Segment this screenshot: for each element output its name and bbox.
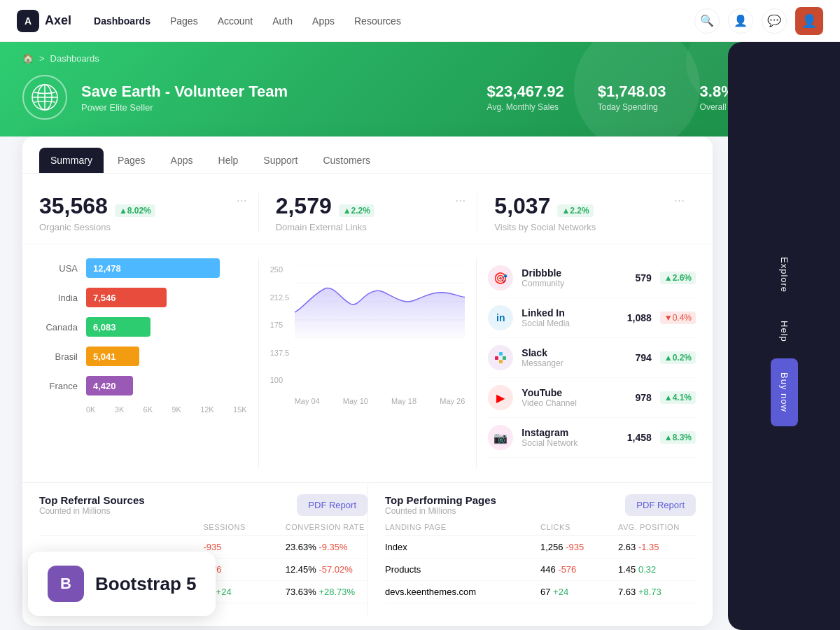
line-chart-svg bbox=[295, 265, 465, 338]
instagram-icon: 📷 bbox=[488, 425, 513, 450]
tab-apps[interactable]: Apps bbox=[160, 148, 204, 173]
charts-area: USA 12,478 India 7,546 Canada 6,083 Bras… bbox=[22, 244, 713, 482]
external-links-badge: ▲2.2% bbox=[339, 204, 374, 217]
stat-external: ··· 2,579 ▲2.2% Domain External Links bbox=[258, 193, 477, 232]
organic-sessions-label: Organic Sessions bbox=[39, 222, 247, 232]
youtube-icon: ▶ bbox=[488, 385, 513, 410]
performing-panel: Top Performing Pages Counted in Millions… bbox=[368, 483, 696, 615]
organic-sessions-value: 35,568 bbox=[39, 193, 108, 219]
tab-bar: Summary Pages Apps Help Support Customer… bbox=[22, 136, 713, 174]
table-row: devs.keenthemes.com 67 +24 7.63 +8.73 bbox=[385, 581, 696, 603]
logo-name: Axel bbox=[45, 13, 71, 28]
social-row-youtube: ▶ YouTube Video Channel 978 ▲4.1% bbox=[488, 378, 696, 418]
bar-row-canada: Canada 6,083 bbox=[39, 317, 247, 337]
dribbble-icon: 🎯 bbox=[488, 265, 513, 290]
social-visits-label: Visits by Social Networks bbox=[494, 222, 685, 232]
social-row-linkedin: in Linked In Social Media 1,088 ▼0.4% bbox=[488, 298, 696, 338]
svg-rect-9 bbox=[495, 356, 498, 360]
stat-organic: ··· 35,568 ▲8.02% Organic Sessions bbox=[39, 193, 258, 232]
tab-customers[interactable]: Customers bbox=[312, 148, 382, 173]
bar-chart: USA 12,478 India 7,546 Canada 6,083 Bras… bbox=[39, 258, 258, 468]
bootstrap-icon: B bbox=[48, 566, 84, 602]
bar-row-india: India 7,546 bbox=[39, 288, 247, 307]
tab-pages[interactable]: Pages bbox=[106, 148, 157, 173]
social-visits-value: 5,037 bbox=[494, 193, 550, 219]
team-subtitle: Power Elite Seller bbox=[81, 102, 288, 113]
performing-title: Top Performing Pages bbox=[385, 494, 496, 506]
social-row-slack: Slack Messanger 794 ▲0.2% bbox=[488, 338, 696, 378]
social-chart: 🎯 Dribbble Community 579 ▲2.6% in bbox=[477, 258, 696, 468]
social-row-dribbble: 🎯 Dribbble Community 579 ▲2.6% bbox=[488, 258, 696, 298]
notifications-button[interactable]: 👤 bbox=[728, 8, 753, 34]
home-icon[interactable]: 🏠 bbox=[22, 53, 34, 64]
bar-row-brasil: Brasil 5,041 bbox=[39, 346, 247, 366]
hero-info: Save Earth - Volunteer Team Power Elite … bbox=[81, 83, 288, 113]
slack-icon bbox=[488, 345, 513, 370]
line-chart-x-axis: May 04 May 10 May 18 May 26 bbox=[295, 397, 465, 405]
logo-icon: A bbox=[17, 10, 39, 32]
nav-link-dashboards[interactable]: Dashboards bbox=[94, 15, 150, 27]
stats-row: ··· 35,568 ▲8.02% Organic Sessions ··· 2… bbox=[22, 174, 713, 244]
line-chart: 250 212.5 175 137.5 100 bbox=[258, 258, 477, 468]
search-button[interactable]: 🔍 bbox=[694, 8, 720, 34]
team-name: Save Earth - Volunteer Team bbox=[81, 83, 288, 101]
social-visits-badge: ▲2.2% bbox=[557, 204, 593, 217]
nav-logo[interactable]: A Axel bbox=[17, 10, 71, 32]
social-row-instagram: 📷 Instagram Social Network 1,458 ▲8.3% bbox=[488, 418, 696, 458]
bar-axis: 0K 3K 6K 9K 12K 15K bbox=[39, 405, 247, 414]
nav-link-account[interactable]: Account bbox=[218, 15, 253, 27]
linkedin-icon: in bbox=[488, 305, 513, 330]
external-links-value: 2,579 bbox=[276, 193, 332, 219]
hero-stat-monthly: $23,467.92 Avg. Monthly Sales bbox=[487, 83, 564, 112]
performing-sub: Counted in Millions bbox=[385, 506, 496, 516]
user-avatar[interactable]: 👤 bbox=[795, 7, 823, 35]
organic-sessions-badge: ▲8.02% bbox=[115, 204, 155, 217]
nav-link-resources[interactable]: Resources bbox=[354, 15, 401, 27]
bar-row-france: France 4,420 bbox=[39, 376, 247, 396]
stat-external-menu[interactable]: ··· bbox=[455, 193, 465, 208]
tab-summary[interactable]: Summary bbox=[39, 148, 104, 173]
nav-links: Dashboards Pages Account Auth Apps Resou… bbox=[94, 15, 694, 27]
hero-section: 🏠 > Dashboards Save Earth - Volunteer Te… bbox=[0, 42, 840, 136]
bar-row-usa: USA 12,478 bbox=[39, 258, 247, 278]
stat-organic-menu[interactable]: ··· bbox=[237, 193, 247, 208]
external-links-label: Domain External Links bbox=[276, 222, 466, 232]
referral-pdf-button[interactable]: PDF Report bbox=[297, 494, 368, 516]
svg-rect-10 bbox=[499, 352, 503, 356]
tab-support[interactable]: Support bbox=[252, 148, 309, 173]
table-row: Products 446 -576 1.45 0.32 bbox=[385, 559, 696, 581]
nav-link-pages[interactable]: Pages bbox=[170, 15, 198, 27]
bootstrap-label: Bootstrap 5 bbox=[95, 573, 196, 595]
bootstrap-badge: B Bootstrap 5 bbox=[28, 552, 216, 616]
svg-rect-12 bbox=[499, 360, 503, 363]
performing-pdf-button[interactable]: PDF Report bbox=[625, 494, 696, 516]
line-chart-y-axis: 250 212.5 175 137.5 100 bbox=[270, 265, 290, 384]
breadcrumb-current: Dashboards bbox=[50, 53, 99, 64]
svg-rect-11 bbox=[503, 356, 506, 360]
stat-social: ··· 5,037 ▲2.2% Visits by Social Network… bbox=[477, 193, 696, 232]
breadcrumb-sep: > bbox=[39, 53, 45, 64]
messages-button[interactable]: 💬 bbox=[762, 8, 787, 34]
referral-sub: Counted in Millions bbox=[39, 506, 145, 516]
nav-link-auth[interactable]: Auth bbox=[272, 15, 293, 27]
table-row: Index 1,256 -935 2.63 -1.35 bbox=[385, 536, 696, 559]
stat-social-menu[interactable]: ··· bbox=[674, 193, 685, 208]
nav-actions: 🔍 👤 💬 👤 bbox=[694, 7, 823, 35]
globe-icon bbox=[31, 83, 59, 111]
navbar: A Axel Dashboards Pages Account Auth App… bbox=[0, 0, 840, 42]
team-logo bbox=[22, 75, 67, 120]
tab-help[interactable]: Help bbox=[207, 148, 250, 173]
referral-title: Top Referral Sources bbox=[39, 494, 145, 506]
nav-link-apps[interactable]: Apps bbox=[312, 15, 335, 27]
